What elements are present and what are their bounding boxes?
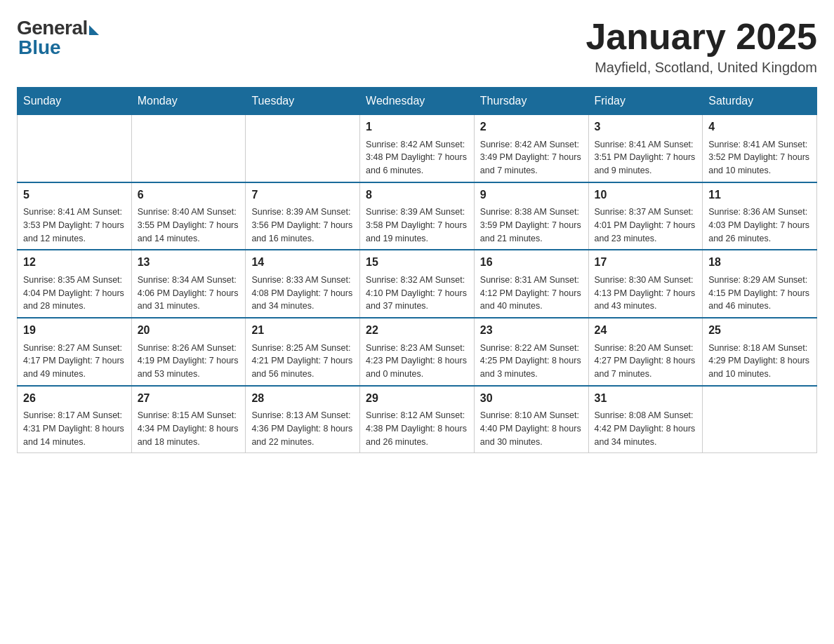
calendar-cell: 10Sunrise: 8:37 AM Sunset: 4:01 PM Dayli…: [588, 182, 703, 250]
calendar-week-row: 1Sunrise: 8:42 AM Sunset: 3:48 PM Daylig…: [18, 115, 817, 182]
day-info: Sunrise: 8:30 AM Sunset: 4:13 PM Dayligh…: [595, 274, 697, 313]
calendar-cell: 2Sunrise: 8:42 AM Sunset: 3:49 PM Daylig…: [474, 115, 588, 182]
day-info: Sunrise: 8:39 AM Sunset: 3:58 PM Dayligh…: [366, 206, 468, 245]
day-number: 31: [595, 391, 697, 406]
day-info: Sunrise: 8:41 AM Sunset: 3:51 PM Dayligh…: [595, 138, 697, 177]
day-number: 28: [251, 391, 354, 406]
day-number: 10: [595, 187, 697, 203]
day-info: Sunrise: 8:39 AM Sunset: 3:56 PM Dayligh…: [251, 206, 354, 245]
day-info: Sunrise: 8:36 AM Sunset: 4:03 PM Dayligh…: [708, 206, 811, 245]
day-number: 14: [251, 255, 354, 270]
calendar-week-row: 12Sunrise: 8:35 AM Sunset: 4:04 PM Dayli…: [18, 250, 817, 318]
day-number: 15: [366, 255, 468, 270]
day-number: 4: [708, 119, 811, 135]
calendar-cell: 29Sunrise: 8:12 AM Sunset: 4:38 PM Dayli…: [360, 386, 475, 453]
calendar-cell: 5Sunrise: 8:41 AM Sunset: 3:53 PM Daylig…: [18, 182, 132, 250]
calendar-cell: 21Sunrise: 8:25 AM Sunset: 4:21 PM Dayli…: [246, 318, 360, 386]
day-info: Sunrise: 8:35 AM Sunset: 4:04 PM Dayligh…: [23, 274, 126, 313]
day-of-week-header: Saturday: [703, 88, 817, 115]
calendar-header-row: SundayMondayTuesdayWednesdayThursdayFrid…: [18, 88, 817, 115]
day-number: 8: [366, 187, 468, 203]
day-number: 25: [708, 323, 811, 338]
page-header: General Blue January 2025 Mayfield, Scot…: [17, 17, 817, 76]
calendar-cell: 18Sunrise: 8:29 AM Sunset: 4:15 PM Dayli…: [703, 250, 817, 318]
calendar-cell: 7Sunrise: 8:39 AM Sunset: 3:56 PM Daylig…: [246, 182, 360, 250]
day-info: Sunrise: 8:29 AM Sunset: 4:15 PM Dayligh…: [708, 274, 811, 313]
day-number: 6: [138, 187, 240, 203]
day-info: Sunrise: 8:27 AM Sunset: 4:17 PM Dayligh…: [23, 342, 126, 381]
day-of-week-header: Thursday: [474, 88, 588, 115]
day-info: Sunrise: 8:10 AM Sunset: 4:40 PM Dayligh…: [480, 409, 583, 448]
day-of-week-header: Friday: [588, 88, 703, 115]
day-number: 7: [251, 187, 354, 203]
day-info: Sunrise: 8:40 AM Sunset: 3:55 PM Dayligh…: [138, 206, 240, 245]
day-of-week-header: Wednesday: [360, 88, 475, 115]
day-info: Sunrise: 8:26 AM Sunset: 4:19 PM Dayligh…: [138, 342, 240, 381]
calendar-cell: 31Sunrise: 8:08 AM Sunset: 4:42 PM Dayli…: [588, 386, 703, 453]
title-area: January 2025 Mayfield, Scotland, United …: [585, 17, 817, 76]
calendar-cell: 30Sunrise: 8:10 AM Sunset: 4:40 PM Dayli…: [474, 386, 588, 453]
day-number: 3: [595, 119, 697, 135]
calendar-cell: [131, 115, 246, 182]
day-info: Sunrise: 8:17 AM Sunset: 4:31 PM Dayligh…: [23, 409, 126, 448]
day-info: Sunrise: 8:31 AM Sunset: 4:12 PM Dayligh…: [480, 274, 583, 313]
day-info: Sunrise: 8:38 AM Sunset: 3:59 PM Dayligh…: [480, 206, 583, 245]
day-number: 29: [366, 391, 468, 406]
day-number: 18: [708, 255, 811, 270]
day-info: Sunrise: 8:22 AM Sunset: 4:25 PM Dayligh…: [480, 342, 583, 381]
calendar-cell: 8Sunrise: 8:39 AM Sunset: 3:58 PM Daylig…: [360, 182, 475, 250]
calendar-cell: 12Sunrise: 8:35 AM Sunset: 4:04 PM Dayli…: [18, 250, 132, 318]
location-text: Mayfield, Scotland, United Kingdom: [585, 60, 817, 76]
month-title: January 2025: [585, 17, 817, 57]
day-of-week-header: Sunday: [18, 88, 132, 115]
day-info: Sunrise: 8:32 AM Sunset: 4:10 PM Dayligh…: [366, 274, 468, 313]
calendar-cell: 9Sunrise: 8:38 AM Sunset: 3:59 PM Daylig…: [474, 182, 588, 250]
calendar-cell: 4Sunrise: 8:41 AM Sunset: 3:52 PM Daylig…: [703, 115, 817, 182]
calendar-cell: 24Sunrise: 8:20 AM Sunset: 4:27 PM Dayli…: [588, 318, 703, 386]
calendar-cell: 17Sunrise: 8:30 AM Sunset: 4:13 PM Dayli…: [588, 250, 703, 318]
day-number: 24: [595, 323, 697, 338]
day-number: 19: [23, 323, 126, 338]
calendar-cell: 15Sunrise: 8:32 AM Sunset: 4:10 PM Dayli…: [360, 250, 475, 318]
day-number: 21: [251, 323, 354, 338]
day-info: Sunrise: 8:23 AM Sunset: 4:23 PM Dayligh…: [366, 342, 468, 381]
calendar-cell: 19Sunrise: 8:27 AM Sunset: 4:17 PM Dayli…: [18, 318, 132, 386]
day-number: 23: [480, 323, 583, 338]
calendar-cell: 6Sunrise: 8:40 AM Sunset: 3:55 PM Daylig…: [131, 182, 246, 250]
day-number: 13: [138, 255, 240, 270]
logo-arrow-icon: [89, 25, 99, 35]
day-number: 5: [23, 187, 126, 203]
day-info: Sunrise: 8:20 AM Sunset: 4:27 PM Dayligh…: [595, 342, 697, 381]
calendar-cell: 25Sunrise: 8:18 AM Sunset: 4:29 PM Dayli…: [703, 318, 817, 386]
day-info: Sunrise: 8:42 AM Sunset: 3:49 PM Dayligh…: [480, 138, 583, 177]
day-number: 9: [480, 187, 583, 203]
day-number: 1: [366, 119, 468, 135]
day-info: Sunrise: 8:41 AM Sunset: 3:53 PM Dayligh…: [23, 206, 126, 245]
calendar-cell: 13Sunrise: 8:34 AM Sunset: 4:06 PM Dayli…: [131, 250, 246, 318]
day-number: 27: [138, 391, 240, 406]
day-number: 20: [138, 323, 240, 338]
calendar-cell: 1Sunrise: 8:42 AM Sunset: 3:48 PM Daylig…: [360, 115, 475, 182]
day-info: Sunrise: 8:42 AM Sunset: 3:48 PM Dayligh…: [366, 138, 468, 177]
calendar-cell: 14Sunrise: 8:33 AM Sunset: 4:08 PM Dayli…: [246, 250, 360, 318]
day-info: Sunrise: 8:18 AM Sunset: 4:29 PM Dayligh…: [708, 342, 811, 381]
calendar-cell: 3Sunrise: 8:41 AM Sunset: 3:51 PM Daylig…: [588, 115, 703, 182]
calendar-cell: 22Sunrise: 8:23 AM Sunset: 4:23 PM Dayli…: [360, 318, 475, 386]
calendar-week-row: 5Sunrise: 8:41 AM Sunset: 3:53 PM Daylig…: [18, 182, 817, 250]
calendar-cell: 26Sunrise: 8:17 AM Sunset: 4:31 PM Dayli…: [18, 386, 132, 453]
calendar-cell: 27Sunrise: 8:15 AM Sunset: 4:34 PM Dayli…: [131, 386, 246, 453]
day-number: 26: [23, 391, 126, 406]
day-number: 11: [708, 187, 811, 203]
day-number: 17: [595, 255, 697, 270]
logo-blue-text: Blue: [18, 36, 61, 59]
calendar-cell: [246, 115, 360, 182]
day-info: Sunrise: 8:37 AM Sunset: 4:01 PM Dayligh…: [595, 206, 697, 245]
calendar-table: SundayMondayTuesdayWednesdayThursdayFrid…: [17, 87, 817, 453]
calendar-cell: 16Sunrise: 8:31 AM Sunset: 4:12 PM Dayli…: [474, 250, 588, 318]
day-info: Sunrise: 8:41 AM Sunset: 3:52 PM Dayligh…: [708, 138, 811, 177]
calendar-cell: 11Sunrise: 8:36 AM Sunset: 4:03 PM Dayli…: [703, 182, 817, 250]
logo: General Blue: [17, 17, 99, 59]
calendar-cell: 23Sunrise: 8:22 AM Sunset: 4:25 PM Dayli…: [474, 318, 588, 386]
day-number: 12: [23, 255, 126, 270]
calendar-cell: 28Sunrise: 8:13 AM Sunset: 4:36 PM Dayli…: [246, 386, 360, 453]
